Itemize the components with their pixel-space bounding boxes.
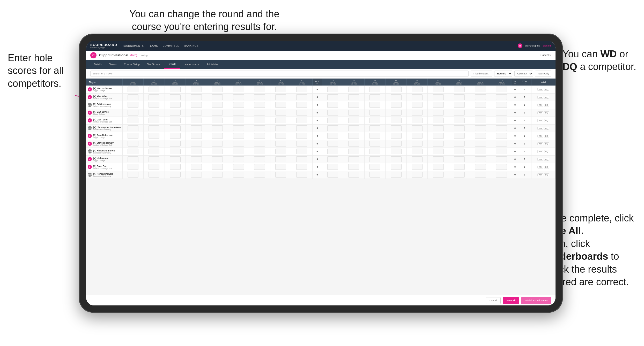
hole-17-input[interactable] [470, 140, 491, 148]
hole-4-input[interactable] [186, 124, 207, 132]
hole-6-input[interactable] [228, 109, 249, 117]
hole-2-input[interactable] [144, 124, 165, 132]
hole-15-input[interactable] [428, 171, 449, 179]
cancel-tournament-btn[interactable]: Cancel ✕ [541, 54, 551, 57]
hole-15-input[interactable] [428, 101, 449, 109]
hole-9-input[interactable] [291, 109, 313, 117]
hole-6-input[interactable] [228, 86, 249, 93]
hole-2-input[interactable] [144, 132, 165, 140]
hole-17-input[interactable] [470, 93, 491, 101]
hole-12-input[interactable] [364, 132, 386, 140]
hole-13-input[interactable] [386, 109, 407, 117]
hole-17-input[interactable] [470, 155, 491, 163]
hole-2-input[interactable] [144, 155, 165, 163]
hole-14-input[interactable] [406, 140, 428, 148]
dq-btn[interactable]: DQ [544, 119, 550, 122]
hole-6-input[interactable] [228, 117, 249, 124]
hole-1-input[interactable] [122, 171, 144, 179]
hole-8-input[interactable] [270, 148, 291, 155]
hole-10-input[interactable] [322, 93, 343, 101]
hole-4-input[interactable] [186, 132, 207, 140]
hole-7-input[interactable] [249, 148, 270, 155]
hole-17-input[interactable] [470, 124, 491, 132]
hole-16-input[interactable] [449, 86, 470, 93]
hole-13-input[interactable] [386, 140, 407, 148]
hole-5-input[interactable] [207, 117, 228, 124]
hole-4-input[interactable] [186, 86, 207, 93]
hole-3-input[interactable] [165, 148, 186, 155]
hole-1-input[interactable] [122, 140, 144, 148]
hole-12-input[interactable] [364, 171, 386, 179]
hole-1-input[interactable] [122, 101, 144, 109]
hole-10-input[interactable] [322, 132, 343, 140]
hole-5-input[interactable] [207, 109, 228, 117]
hole-1-input[interactable] [122, 117, 144, 124]
hole-17-input[interactable] [470, 132, 491, 140]
hole-9-input[interactable] [291, 124, 313, 132]
hole-13-input[interactable] [386, 93, 407, 101]
hole-5-input[interactable] [207, 171, 228, 179]
publish-btn[interactable]: Publish Round Scores [521, 297, 551, 304]
hole-17-input[interactable] [470, 117, 491, 124]
hole-16-input[interactable] [449, 163, 470, 171]
hole-6-input[interactable] [228, 163, 249, 171]
dq-btn[interactable]: DQ [544, 173, 550, 176]
hole-1-input[interactable] [122, 93, 144, 101]
hole-5-input[interactable] [207, 93, 228, 101]
hole-3-input[interactable] [165, 132, 186, 140]
wd-btn[interactable]: WD [537, 173, 543, 176]
hole-6-input[interactable] [228, 93, 249, 101]
hole-12-input[interactable] [364, 117, 386, 124]
hole-7-input[interactable] [249, 132, 270, 140]
hole-3-input[interactable] [165, 155, 186, 163]
hole-8-input[interactable] [270, 140, 291, 148]
hole-14-input[interactable] [406, 93, 428, 101]
hole-3-input[interactable] [165, 109, 186, 117]
wd-btn[interactable]: WD [537, 127, 543, 130]
hole-18-input[interactable] [491, 109, 512, 117]
hole-18-input[interactable] [491, 155, 512, 163]
nav-tournaments[interactable]: TOURNAMENTS [122, 44, 144, 47]
hole-8-input[interactable] [270, 93, 291, 101]
hole-7-input[interactable] [249, 117, 270, 124]
hole-17-input[interactable] [470, 148, 491, 155]
hole-3-input[interactable] [165, 93, 186, 101]
hole-10-input[interactable] [322, 148, 343, 155]
hole-7-input[interactable] [249, 101, 270, 109]
hole-10-input[interactable] [322, 109, 343, 117]
tab-leaderboards[interactable]: Leaderboards [180, 60, 203, 69]
hole-6-input[interactable] [228, 140, 249, 148]
hole-15-input[interactable] [428, 86, 449, 93]
dq-btn[interactable]: DQ [544, 166, 550, 168]
hole-17-input[interactable] [470, 109, 491, 117]
hole-11-input[interactable] [343, 86, 365, 93]
hole-3-input[interactable] [165, 163, 186, 171]
hole-15-input[interactable] [428, 117, 449, 124]
hole-16-input[interactable] [449, 132, 470, 140]
hole-6-input[interactable] [228, 132, 249, 140]
hole-11-input[interactable] [343, 109, 365, 117]
hole-4-input[interactable] [186, 93, 207, 101]
dq-btn[interactable]: DQ [544, 150, 550, 153]
hole-18-input[interactable] [491, 93, 512, 101]
hole-2-input[interactable] [144, 148, 165, 155]
hole-4-input[interactable] [186, 163, 207, 171]
hole-12-input[interactable] [364, 140, 386, 148]
hole-13-input[interactable] [386, 163, 407, 171]
hole-3-input[interactable] [165, 124, 186, 132]
hole-11-input[interactable] [343, 93, 365, 101]
tab-results[interactable]: Results [164, 60, 180, 69]
hole-14-input[interactable] [406, 86, 428, 93]
hole-14-input[interactable] [406, 171, 428, 179]
score-table-container[interactable]: Player 1PAR 4340 YDS 2PAR 5511 YDS 3PAR … [86, 79, 556, 295]
hole-13-input[interactable] [386, 132, 407, 140]
hole-14-input[interactable] [406, 101, 428, 109]
hole-10-input[interactable] [322, 140, 343, 148]
hole-13-input[interactable] [386, 101, 407, 109]
hole-12-input[interactable] [364, 155, 386, 163]
hole-4-input[interactable] [186, 101, 207, 109]
hole-10-input[interactable] [322, 163, 343, 171]
hole-16-input[interactable] [449, 101, 470, 109]
hole-15-input[interactable] [428, 163, 449, 171]
hole-13-input[interactable] [386, 124, 407, 132]
